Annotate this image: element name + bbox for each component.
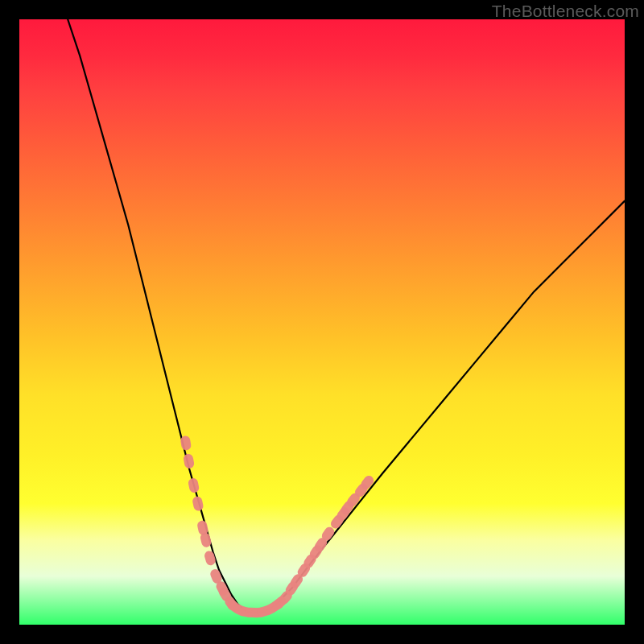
curve-marker xyxy=(183,453,195,469)
curve-marker xyxy=(188,477,200,493)
curve-marker xyxy=(192,496,204,512)
curve-marker-group xyxy=(180,436,375,618)
bottleneck-curve-path xyxy=(68,19,625,613)
chart-frame xyxy=(19,19,625,625)
watermark-text: TheBottleneck.com xyxy=(492,2,639,21)
curve-marker xyxy=(204,550,217,567)
bottleneck-curve-svg xyxy=(19,19,625,625)
